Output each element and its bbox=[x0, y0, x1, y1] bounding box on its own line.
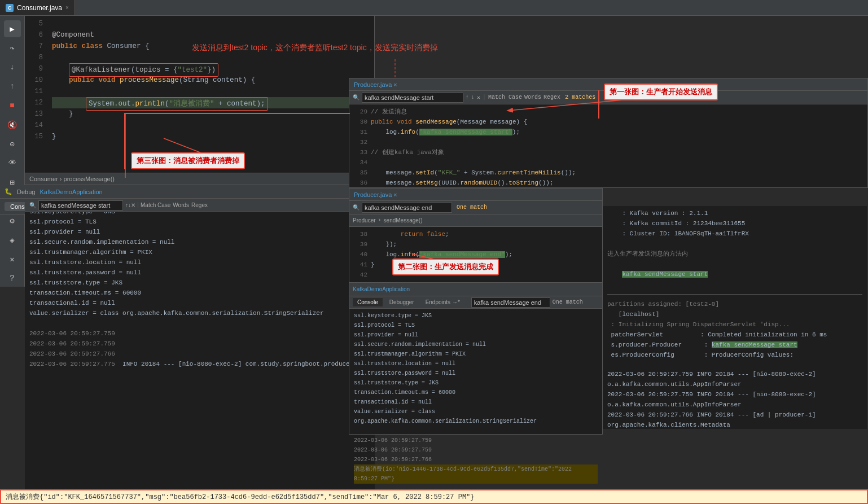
code-line-14 bbox=[52, 120, 370, 131]
sidebar-step-out-icon[interactable]: ↑ bbox=[4, 78, 21, 95]
left-sidebar: ▶ ↷ ↓ ↑ ■ 🔇 ⊙ 👁 ⊞ ≡ ⚙ ◈ ✕ ? bbox=[0, 16, 25, 287]
nested-debugger-tab[interactable]: Debugger bbox=[385, 298, 419, 306]
log-line: ssl.protocol = TLS bbox=[29, 217, 370, 227]
bottom-message-bar: 消息被消费{"id":"KFK_1646571567737","msg":"be… bbox=[0, 489, 868, 504]
java-icon: C bbox=[6, 4, 14, 12]
nested-search-input[interactable] bbox=[471, 297, 550, 308]
annotation-box-3: 第三张图：消息被消费者消费掉 bbox=[131, 152, 245, 169]
producer2-search-bar: 🔍 One match bbox=[349, 201, 602, 214]
log-line-ts3: 2022-03-06 20:59:27.766 bbox=[29, 349, 370, 359]
code-line: log.info("kafka sendMessage start"); bbox=[371, 127, 863, 137]
log-line-ts4: 2022-03-06 20:59:27.775 INFO 20184 --- [… bbox=[29, 359, 370, 369]
log-line bbox=[29, 318, 370, 328]
sidebar-run-icon[interactable]: ▶ bbox=[4, 20, 21, 37]
sidebar-stop-icon[interactable]: ■ bbox=[4, 97, 21, 114]
log-line: ssl.provider = null bbox=[29, 227, 370, 237]
log-line: ssl.truststore.type = JKS bbox=[354, 378, 598, 388]
code-line-9: @KafkaListener(topics = {"test2"}) bbox=[52, 63, 370, 74]
breadcrumb: Consumer › processMessage() bbox=[25, 173, 375, 185]
log-line: 2022-03-06 20:59:27.759 INFO 20184 --- [… bbox=[607, 389, 862, 410]
code-line: // 创建kafka java对象 bbox=[371, 147, 863, 157]
log-line bbox=[607, 279, 862, 290]
top-comment: 发送消息到test2 topic，这个消费者监听test2 topic，发送完实… bbox=[192, 43, 438, 53]
sidebar-step-over-icon[interactable]: ↷ bbox=[4, 40, 21, 56]
nested-endpoints-tab[interactable]: Endpoints →* bbox=[421, 298, 464, 306]
code-line: message.setId("KFK_" + System.currentTim… bbox=[371, 168, 863, 178]
log-line: partitions assigned: [test2-0] bbox=[607, 299, 862, 309]
log-line: ssl.trustmanager.algorithm = PKIX bbox=[29, 247, 370, 257]
debug-header: 🐛 Debug KafkaDemoApplication bbox=[0, 185, 375, 199]
log-line: [localhost] bbox=[607, 309, 862, 319]
annotation-box-2: 第二张图：生产发送消息完成 bbox=[392, 258, 499, 275]
log-line: 2022-03-06 20:59:27.759 bbox=[354, 445, 598, 455]
log-line: kafka sendMessage start bbox=[607, 269, 862, 279]
log-line: value.serializer = class org.apache.kafk… bbox=[29, 308, 370, 318]
code-line: }); bbox=[371, 239, 512, 249]
code-line: public void sendMessage(Message message)… bbox=[371, 117, 863, 127]
search-icon: 🔍 bbox=[29, 202, 36, 208]
log-line: ssl.truststore.location = null bbox=[354, 359, 598, 369]
log-line: ssl.truststore.type = JKS bbox=[29, 278, 370, 288]
log-line: transaction.timeout.ms = 60000 bbox=[354, 388, 598, 397]
sidebar-memory-icon[interactable]: ◈ bbox=[4, 231, 21, 248]
debug-panel-2: KafkaDemoApplication Console Debugger En… bbox=[349, 282, 603, 435]
sidebar-settings-icon[interactable]: ⚙ bbox=[4, 212, 21, 229]
log-line: : Kafka version : 2.1.1 bbox=[607, 208, 862, 218]
log-line: 进入生产者发送消息的方法内 bbox=[607, 249, 862, 259]
log-line: transactional.id = null bbox=[354, 397, 598, 407]
log-line: ssl.truststore.password = null bbox=[29, 268, 370, 278]
red-h-line-1 bbox=[124, 113, 350, 114]
code-line-6: @Component bbox=[52, 29, 370, 41]
log-line: patcherServlet : Completed initializatio… bbox=[607, 330, 862, 340]
code-line-8 bbox=[52, 52, 370, 63]
producer2-search-input[interactable] bbox=[362, 203, 452, 213]
log-line: transaction.timeout.ms = 60000 bbox=[29, 288, 370, 298]
debug-console-content: ssl.keystore.type = JKS ssl.protocol = T… bbox=[25, 204, 375, 489]
code-line-12: System.out.println("消息被消费" + content); bbox=[52, 97, 370, 108]
log-line: : Kafka commitId : 21234bee311655 bbox=[607, 218, 862, 229]
code-line: return false; bbox=[371, 229, 512, 239]
log-line: value.serializer = class org.apache.kafk… bbox=[354, 407, 598, 426]
log-line: 2022-03-06 20:59:27.759 INFO 20184 --- [… bbox=[607, 369, 862, 389]
log-line: ssl.keystore.type = JKS bbox=[354, 311, 598, 321]
log-line: ssl.secure.random.implementation = null bbox=[29, 237, 370, 247]
console-search-input[interactable] bbox=[38, 200, 123, 211]
code-line bbox=[371, 137, 863, 147]
producer-end-panel: Producer.java × 🔍 One match Producer › s… bbox=[349, 188, 603, 292]
code-line: message.setMsg(UUID.randomUUID().toStrin… bbox=[371, 178, 863, 188]
log-line: ssl.secure.random.implementation = null bbox=[354, 340, 598, 349]
debug-search-toolbar: 🔍 ↑↓✕ Match Case Words Regex bbox=[25, 199, 375, 212]
log-line: ssl.provider = null bbox=[354, 330, 598, 340]
code-line-11 bbox=[52, 86, 370, 97]
log-line: ssl.trustmanager.algorithm = PKIX bbox=[354, 349, 598, 359]
code-line-15: } bbox=[52, 131, 370, 142]
log-line bbox=[607, 259, 862, 269]
log-line bbox=[607, 239, 862, 249]
annotation-box-1: 第一张图：生产者开始发送消息 bbox=[604, 84, 718, 100]
log-line: : Cluster ID: lBANOFSqTH-aa1TlfrRX bbox=[607, 229, 862, 239]
tab-close-icon[interactable]: × bbox=[65, 5, 69, 11]
red-v-line-1 bbox=[124, 113, 125, 169]
code-line: // 发送消息 bbox=[371, 107, 863, 117]
tab-title: Consumer.java bbox=[17, 4, 62, 12]
log-line bbox=[354, 426, 598, 436]
right-log-panel: : Kafka version : 2.1.1 : Kafka commitId… bbox=[603, 206, 867, 429]
nested-console-tab[interactable]: Console bbox=[353, 298, 383, 306]
log-line: ssl.protocol = TLS bbox=[354, 321, 598, 330]
producer-search-input[interactable] bbox=[362, 93, 463, 103]
code-line bbox=[371, 157, 863, 168]
sidebar-mute-icon[interactable]: 🔇 bbox=[4, 116, 21, 133]
log-line-ts1: 2022-03-06 20:59:27.759 bbox=[29, 328, 370, 339]
sidebar-breakpoints-icon[interactable]: ⊙ bbox=[4, 135, 21, 152]
log-line: : Initializing Spring DispatcherServlet … bbox=[607, 319, 862, 330]
code-line-10: public void processMessage(String conten… bbox=[52, 74, 370, 86]
log-line: 消息被消费(io:'nio-1446-1738-4cd-9cd-e62d5f13… bbox=[354, 464, 598, 484]
sidebar-question-icon[interactable]: ? bbox=[4, 270, 21, 287]
sidebar-close-icon[interactable]: ✕ bbox=[4, 251, 21, 268]
sidebar-watch-icon[interactable]: 👁 bbox=[4, 155, 21, 172]
tab-bar: C Consumer.java × bbox=[0, 0, 868, 16]
sidebar-step-into-icon[interactable]: ↓ bbox=[4, 59, 21, 76]
log-line: ssl.truststore.password = null bbox=[354, 369, 598, 378]
consumer-tab[interactable]: C Consumer.java × bbox=[0, 0, 75, 15]
log-line: 2022-03-06 20:59:27.766 bbox=[354, 455, 598, 464]
